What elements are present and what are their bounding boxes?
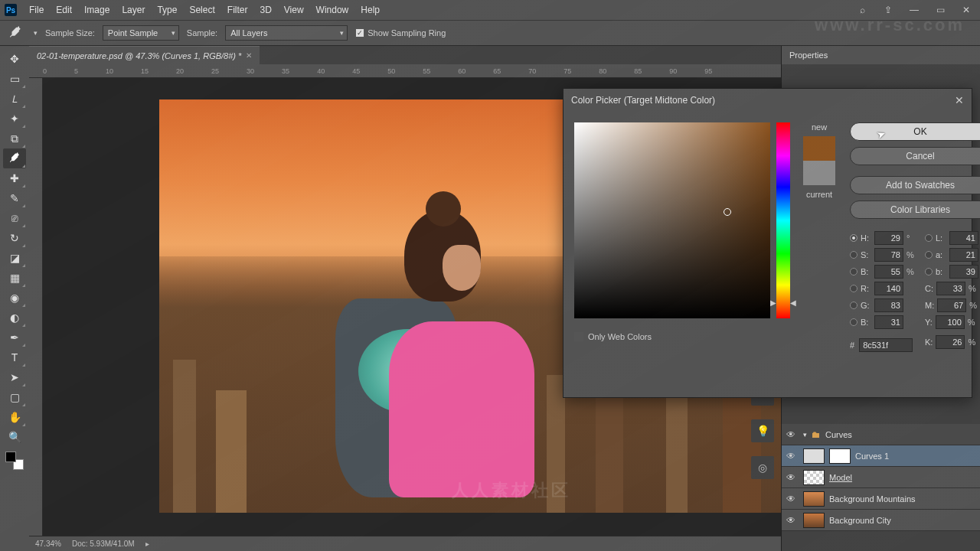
layer-row[interactable]: 👁 Background Mountains	[782, 488, 980, 510]
unit-percent: %	[969, 284, 978, 293]
blue-input[interactable]	[874, 315, 903, 329]
green-input[interactable]	[874, 298, 903, 312]
lab-b-input[interactable]	[949, 265, 978, 279]
lab-a-input[interactable]	[949, 248, 978, 262]
chevron-right-icon[interactable]: ▸	[145, 540, 149, 548]
properties-panel-tab[interactable]: Properties	[782, 46, 980, 64]
hue-field[interactable]: H:°	[850, 231, 916, 245]
zoom-level[interactable]: 47.34%	[35, 540, 61, 548]
lasso-tool[interactable]: 𝘓	[3, 89, 26, 109]
add-to-swatches-button[interactable]: Add to Swatches	[850, 176, 980, 194]
healing-tool[interactable]: ✚	[3, 168, 26, 188]
show-sampling-ring-checkbox[interactable]: ✓ Show Sampling Ring	[355, 28, 446, 37]
path-select-tool[interactable]: ➤	[3, 367, 26, 387]
lab-a-field[interactable]: a:	[925, 248, 980, 262]
brush-tool[interactable]: ✎	[3, 188, 26, 208]
yellow-field[interactable]: Y:%	[925, 315, 980, 329]
cyan-field[interactable]: C:%	[925, 282, 980, 295]
blue-field[interactable]: B:	[850, 315, 916, 329]
menu-help[interactable]: Help	[354, 2, 386, 18]
lab-l-field[interactable]: L:	[925, 231, 980, 245]
close-dialog-button[interactable]: ✕	[955, 94, 964, 106]
lab-l-input[interactable]	[949, 231, 978, 245]
ok-button-label: OK	[913, 126, 926, 137]
layer-name: Curves 1	[855, 452, 889, 461]
hue-input[interactable]	[874, 231, 903, 245]
menu-file[interactable]: File	[23, 2, 50, 18]
hue-slider[interactable]: ▶ ◀	[776, 122, 790, 318]
radio-off-icon	[850, 318, 858, 326]
bri-field[interactable]: B:%	[850, 265, 916, 279]
ok-button[interactable]: OK ➤	[850, 122, 980, 141]
visibility-icon[interactable]: 👁	[786, 429, 799, 440]
document-tab-title: 02-01-temperature.psd @ 47.3% (Curves 1,…	[37, 51, 241, 60]
hex-input[interactable]	[859, 338, 913, 352]
chevron-down-icon[interactable]: ▾	[34, 29, 38, 37]
visibility-icon[interactable]: 👁	[786, 494, 799, 504]
marquee-tool[interactable]: ▭	[3, 69, 26, 89]
menu-type[interactable]: Type	[151, 2, 183, 18]
close-tab-icon[interactable]: ✕	[246, 51, 252, 60]
pen-tool[interactable]: ✒	[3, 328, 26, 347]
sample-layers-dropdown[interactable]: All Layers	[225, 25, 348, 41]
menu-image[interactable]: Image	[78, 2, 116, 18]
saturation-value-field[interactable]	[574, 122, 770, 318]
cc-libraries-icon[interactable]: ◎	[751, 456, 774, 479]
layer-row[interactable]: 👁 Curves 1	[782, 445, 980, 467]
bri-input[interactable]	[874, 265, 903, 279]
foreground-background-colors[interactable]	[5, 452, 24, 470]
cancel-button[interactable]: Cancel	[850, 147, 980, 165]
layer-group-row[interactable]: 👁 ▾ 🖿 Curves	[782, 424, 980, 445]
sat-input[interactable]	[874, 248, 903, 262]
eraser-tool[interactable]: ◪	[3, 248, 26, 268]
zoom-tool[interactable]: 🔍	[3, 427, 26, 447]
blur-tool[interactable]: ◉	[3, 288, 26, 308]
move-tool[interactable]: ✥	[3, 49, 26, 69]
history-brush-tool[interactable]: ↻	[3, 228, 26, 248]
yellow-input[interactable]	[936, 315, 965, 329]
visibility-icon[interactable]: 👁	[786, 451, 799, 461]
gradient-tool[interactable]: ▦	[3, 268, 26, 288]
chevron-down-icon[interactable]: ▾	[803, 431, 807, 439]
hex-field[interactable]: #	[850, 338, 916, 352]
magenta-input[interactable]	[937, 298, 966, 312]
lightbulb-icon[interactable]: 💡	[751, 419, 774, 442]
visibility-icon[interactable]: 👁	[786, 515, 799, 526]
cyan-input[interactable]	[936, 282, 965, 295]
menu-3d[interactable]: 3D	[253, 2, 277, 18]
red-input[interactable]	[874, 282, 903, 295]
quick-select-tool[interactable]: ✦	[3, 109, 26, 129]
menu-select[interactable]: Select	[183, 2, 220, 18]
document-tab[interactable]: 02-01-temperature.psd @ 47.3% (Curves 1,…	[29, 46, 260, 64]
dodge-tool[interactable]: ◐	[3, 308, 26, 328]
eyedropper-tool[interactable]	[3, 148, 26, 168]
green-field[interactable]: G:	[850, 298, 916, 312]
layer-row[interactable]: 👁 Model	[782, 467, 980, 488]
menu-edit[interactable]: Edit	[50, 2, 78, 18]
magenta-field[interactable]: M:%	[925, 298, 980, 312]
crop-tool[interactable]: ⧉	[3, 129, 26, 148]
only-web-colors-checkbox[interactable]: Only Web Colors	[574, 332, 842, 341]
shape-tool[interactable]: ▢	[3, 387, 26, 407]
menu-layer[interactable]: Layer	[116, 2, 151, 18]
layer-name: Model	[829, 473, 852, 482]
black-field[interactable]: K:%	[925, 332, 980, 352]
current-color-label: current	[806, 190, 832, 199]
hand-tool[interactable]: ✋	[3, 407, 26, 427]
visibility-icon[interactable]: 👁	[786, 472, 799, 483]
red-field[interactable]: R:	[850, 282, 916, 295]
menu-window[interactable]: Window	[310, 2, 355, 18]
lab-b-field[interactable]: b:	[925, 265, 980, 279]
sample-size-dropdown[interactable]: Point Sample	[103, 25, 179, 41]
menu-filter[interactable]: Filter	[221, 2, 254, 18]
menu-view[interactable]: View	[278, 2, 310, 18]
stamp-tool[interactable]: ⎚	[3, 208, 26, 228]
sat-field[interactable]: S:%	[850, 248, 916, 262]
black-input[interactable]	[936, 335, 965, 349]
layer-row[interactable]: 👁 Background City	[782, 510, 980, 531]
slider-arrow-icon: ◀	[790, 298, 796, 307]
dialog-titlebar[interactable]: Color Picker (Target Midtone Color) ✕	[564, 89, 972, 112]
color-libraries-button[interactable]: Color Libraries	[850, 201, 980, 219]
sample-label: Sample:	[187, 28, 217, 37]
type-tool[interactable]: T	[3, 347, 26, 367]
